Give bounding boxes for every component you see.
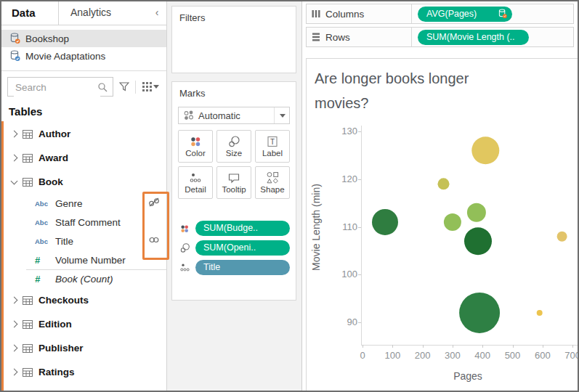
pill-sum-budget[interactable]: SUM(Budge.. — [195, 221, 290, 236]
bubble-mark[interactable] — [464, 227, 492, 255]
pill-avg-pages[interactable]: AVG(Pages) — [418, 7, 512, 22]
rows-icon — [307, 32, 325, 42]
table-icon — [23, 368, 33, 377]
chevron-right-icon[interactable] — [11, 155, 18, 162]
columns-label: Columns — [325, 9, 411, 20]
view-options-button[interactable] — [139, 78, 162, 96]
pill-sum-movie-length[interactable]: SUM(Movie Length (.. — [418, 30, 529, 45]
bubble-mark[interactable] — [444, 213, 461, 231]
chevron-right-icon[interactable] — [11, 321, 18, 328]
tableau-window: Data Analytics ‹ Bookshop — [0, 0, 579, 392]
link-icon[interactable] — [148, 235, 160, 247]
string-type-icon: Abc — [35, 219, 51, 226]
bubble-mark[interactable] — [467, 203, 486, 222]
marks-title: Marks — [179, 88, 296, 99]
tab-data[interactable]: Data — [1, 1, 59, 25]
filters-title: Filters — [179, 12, 296, 23]
table-icon — [23, 178, 33, 187]
table-row-author[interactable]: Author — [1, 122, 166, 146]
broken-link-icon[interactable] — [148, 197, 160, 209]
database-check-icon — [498, 9, 507, 19]
database-icon — [10, 33, 20, 44]
funnel-icon — [119, 82, 129, 91]
divider — [411, 28, 412, 46]
search-icon — [97, 82, 108, 93]
pill-sum-opening[interactable]: SUM(Openi.. — [195, 240, 290, 256]
field-name: Genre — [55, 198, 83, 209]
field-genre[interactable]: Abc Genre — [1, 194, 166, 213]
bubble-mark[interactable] — [438, 178, 450, 189]
marks-pills: SUM(Budge.. SUM(Openi.. Title — [178, 219, 290, 277]
pane-tabbar: Data Analytics ‹ — [1, 1, 166, 25]
mark-type-dropdown[interactable]: Automatic — [178, 107, 290, 124]
chevron-down-icon[interactable] — [274, 107, 289, 123]
connection-bookshop[interactable]: Bookshop — [1, 30, 166, 47]
columns-icon — [307, 9, 325, 19]
bubble-mark[interactable] — [471, 136, 499, 164]
field-name: Title — [55, 236, 73, 247]
field-name: Book (Count) — [55, 274, 113, 285]
sheet-view: Are longer books longer movies? Movie Le… — [306, 58, 578, 391]
database-icon — [10, 50, 20, 62]
bubble-mark[interactable] — [537, 310, 543, 316]
table-name: Award — [39, 152, 68, 163]
table-row-book[interactable]: Book — [1, 170, 166, 194]
bubble-mark[interactable] — [459, 293, 500, 333]
divider — [135, 81, 136, 94]
table-icon — [23, 296, 33, 305]
label-button[interactable]: T Label — [255, 130, 290, 163]
columns-shelf[interactable]: Columns AVG(Pages) — [306, 4, 574, 24]
size-circles-icon — [227, 135, 240, 148]
bubble-mark[interactable] — [557, 232, 567, 242]
tooltip-button[interactable]: Tooltip — [216, 166, 251, 199]
worksheet-region: Columns AVG(Pages) Rows SUM(Movie Length… — [303, 1, 578, 391]
table-row-edition[interactable]: Edition — [1, 312, 166, 336]
scatter-plot — [307, 59, 578, 391]
shelf-column: Filters Marks Automatic — [167, 1, 302, 391]
color-button-label: Color — [185, 149, 205, 158]
connection-list: Bookshop Movie Adaptations — [1, 25, 166, 65]
table-row-ratings[interactable]: Ratings — [1, 360, 166, 384]
table-name: Edition — [39, 319, 72, 330]
table-icon — [23, 154, 33, 163]
tooltip-bubble-icon — [227, 171, 240, 184]
mark-type-value: Automatic — [198, 110, 274, 121]
tab-analytics[interactable]: Analytics — [59, 1, 147, 25]
table-row-award[interactable]: Award — [1, 146, 166, 170]
size-circles-icon — [178, 242, 191, 253]
field-book-count[interactable]: # Book (Count) — [1, 269, 166, 288]
marks-card: Marks Automatic Color — [171, 81, 296, 301]
pill-label: AVG(Pages) — [426, 7, 477, 22]
chevron-right-icon[interactable] — [11, 131, 18, 138]
pill-title[interactable]: Title — [195, 260, 290, 275]
bubble-mark[interactable] — [372, 209, 398, 235]
field-staff-comment[interactable]: Abc Staff Comment — [1, 213, 166, 232]
size-button-label: Size — [226, 149, 242, 158]
field-name: Staff Comment — [55, 217, 121, 228]
chevron-down-icon[interactable] — [11, 177, 18, 184]
detail-button[interactable]: Detail — [178, 166, 213, 199]
shape-button[interactable]: Shape — [255, 166, 290, 199]
chevron-right-icon[interactable] — [11, 297, 18, 304]
label-t-icon: T — [266, 135, 279, 148]
filter-fields-button[interactable] — [116, 78, 132, 96]
rows-label: Rows — [325, 32, 411, 43]
mark-type-icon — [182, 110, 195, 121]
collapse-pane-button[interactable]: ‹ — [147, 1, 166, 25]
filters-shelf[interactable]: Filters — [171, 6, 296, 73]
string-type-icon: Abc — [35, 200, 51, 208]
number-type-icon: # — [35, 255, 51, 266]
search-input[interactable] — [14, 78, 100, 97]
field-title[interactable]: Abc Title — [1, 232, 166, 250]
chevron-right-icon[interactable] — [11, 345, 18, 352]
field-volume-number[interactable]: # Volume Number — [1, 250, 166, 269]
color-button[interactable]: Color — [178, 130, 213, 163]
table-name: Author — [39, 128, 70, 139]
marks-buttons: Color Size T Label — [178, 130, 291, 199]
table-row-checkouts[interactable]: Checkouts — [1, 288, 166, 312]
size-button[interactable]: Size — [216, 130, 251, 163]
rows-shelf[interactable]: Rows SUM(Movie Length (.. — [306, 27, 574, 47]
connection-movie-adaptations[interactable]: Movie Adaptations — [1, 47, 166, 65]
table-row-publisher[interactable]: Publisher — [1, 336, 166, 360]
chevron-right-icon[interactable] — [11, 369, 18, 376]
